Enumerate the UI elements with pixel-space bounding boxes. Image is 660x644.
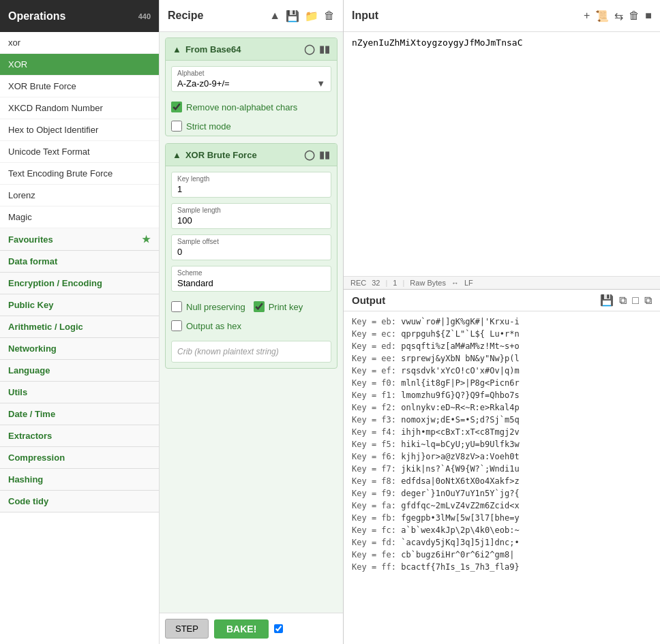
trash-icon[interactable]: 🗑	[324, 10, 335, 22]
card-expand-icon[interactable]: ▲	[172, 44, 181, 55]
sidebar-item-magic[interactable]: Magic	[0, 206, 159, 228]
sidebar-section-networking[interactable]: Networking	[0, 338, 159, 360]
save-icon[interactable]: 💾	[286, 10, 299, 22]
sidebar-section-encryption_encoding[interactable]: Encryption / Encoding	[0, 273, 159, 294]
print-key-checkbox[interactable]	[254, 301, 265, 312]
output-value-part: ihjh•mp<cBxT:xT<c8Tmgj2v	[401, 427, 519, 437]
sidebar-item-xor_brute_force[interactable]: XOR Brute Force	[0, 76, 159, 97]
output-key-part: Key = ff:	[352, 562, 401, 572]
output-key-part: Key = f4:	[352, 427, 401, 437]
sidebar-item-xor[interactable]: xor	[0, 32, 159, 54]
card-disable-icon2[interactable]: ◯	[304, 149, 315, 160]
recipe-body: ▲ From Base64 ◯ ▮▮ Alphabet ▼ Remove non…	[160, 32, 343, 613]
swap-icon[interactable]: ⇆	[614, 10, 623, 22]
output-content: Key = eb: vwuw`ro#|]gK%gK#|'Krxu-iKey = …	[344, 311, 660, 644]
step-button[interactable]: STEP	[165, 619, 209, 639]
strict-mode-checkbox[interactable]	[171, 121, 182, 132]
sidebar-section-utils[interactable]: Utils	[0, 382, 159, 403]
scheme-field: Scheme	[171, 266, 331, 292]
alphabet-input[interactable]	[177, 78, 314, 89]
arrow-icon: ↔	[451, 279, 459, 287]
sample-length-input[interactable]	[177, 215, 325, 226]
output-line: Key = f7: jkik|ns?`A{W9{W?`;Wndi1u	[352, 463, 652, 475]
card-pause-icon2[interactable]: ▮▮	[319, 149, 330, 160]
card-title-from-base64: From Base64	[185, 44, 241, 55]
open-file-icon[interactable]: 📜	[595, 10, 609, 22]
null-preserving-row: Null preserving	[171, 301, 245, 312]
folder-icon[interactable]: 📁	[305, 10, 318, 22]
sidebar-item-text_encoding_brute_force[interactable]: Text Encoding Brute Force	[0, 163, 159, 185]
output-line: Key = ee: srprewj&yXbN bN&y"Nw}p(l	[352, 352, 652, 365]
recipe-header-icons: ▲ 💾 📁 🗑	[269, 10, 335, 22]
recipe-card-xor-brute-force: ▲ XOR Brute Force ◯ ▮▮ Key length Sample…	[165, 143, 338, 369]
scheme-input[interactable]	[177, 278, 325, 288]
remove-non-alpha-row: Remove non-alphabet chars	[166, 97, 337, 117]
sidebar-section-hashing[interactable]: Hashing	[0, 469, 159, 491]
null-preserving-checkbox[interactable]	[171, 301, 182, 312]
clear-input-icon[interactable]: 🗑	[629, 10, 640, 22]
bake-button[interactable]: BAKE!	[214, 619, 269, 639]
output-key-part: Key = f6:	[352, 452, 401, 461]
sidebar-item-xor[interactable]: XOR	[0, 54, 159, 76]
status-rec-label: REC	[350, 279, 366, 287]
sidebar-list: xorXORXOR Brute ForceXKCD Random NumberH…	[0, 32, 159, 644]
output-value-part: kjhj}or>a@zV8zV>a:Voeh0t	[401, 452, 519, 461]
input-header-icons: + 📜 ⇆ 🗑 ■	[584, 10, 652, 22]
sample-offset-field: Sample offset	[171, 234, 331, 260]
alphabet-dropdown-icon[interactable]: ▼	[316, 78, 325, 89]
crib-field[interactable]: Crib (known plaintext string)	[171, 341, 331, 363]
input-textarea[interactable]: nZyenIuZhMiXtoygzoygyJfMoJmTnsaC	[344, 32, 660, 276]
remove-non-alpha-label[interactable]: Remove non-alphabet chars	[186, 102, 297, 112]
remove-non-alpha-checkbox[interactable]	[171, 102, 182, 112]
card-pause-icon[interactable]: ▮▮	[319, 44, 330, 55]
output-header-icons: 💾 ⧉ □ ⧉	[600, 294, 652, 307]
sidebar-section-label: Code tidy	[8, 496, 48, 506]
sidebar-section-language[interactable]: Language	[0, 360, 159, 382]
sidebar-section-code_tidy[interactable]: Code tidy	[0, 491, 159, 512]
sidebar-count: 440	[138, 12, 151, 20]
sample-offset-input[interactable]	[177, 247, 325, 257]
sidebar-item-unicode_text_format[interactable]: Unicode Text Format	[0, 141, 159, 163]
null-preserving-label[interactable]: Null preserving	[186, 302, 245, 312]
sidebar-section-data_format[interactable]: Data format	[0, 251, 159, 273]
sidebar-item-lorenz[interactable]: Lorenz	[0, 185, 159, 206]
output-line: Key = eb: vwuw`ro#|]gK%gK#|'Krxu-i	[352, 316, 652, 328]
maximize-output-icon[interactable]: □	[632, 294, 639, 307]
sidebar-section-extractors[interactable]: Extractors	[0, 425, 159, 447]
sidebar-item-xkcd_random_number[interactable]: XKCD Random Number	[0, 97, 159, 119]
print-key-label[interactable]: Print key	[269, 302, 303, 312]
strict-mode-label[interactable]: Strict mode	[186, 121, 231, 132]
output-as-hex-checkbox[interactable]	[171, 320, 182, 331]
key-length-input[interactable]	[177, 184, 325, 194]
add-input-icon[interactable]: +	[584, 10, 590, 22]
card-disable-icon[interactable]: ◯	[304, 44, 315, 55]
fullscreen-output-icon[interactable]: ⧉	[644, 294, 652, 307]
lf-label: LF	[464, 279, 473, 287]
output-value-part: vwuw`ro#|]gK%gK#|'Krxu-i	[401, 317, 519, 326]
output-line: Key = fe: cb`bugz6iHr^0r^6i2^gm8|	[352, 549, 652, 561]
output-line: Key = fd: `acavdy5jKq]3q]5j1]dnc;•	[352, 536, 652, 549]
right-panel: Input + 📜 ⇆ 🗑 ■ nZyenIuZhMiXtoygzoygyJfM…	[344, 0, 660, 644]
input-title: Input	[352, 10, 378, 22]
sidebar-section-compression[interactable]: Compression	[0, 447, 159, 469]
auto-bake-checkbox[interactable]	[274, 624, 283, 633]
sidebar-section-arithmetic_logic[interactable]: Arithmetic / Logic	[0, 316, 159, 338]
output-key-part: Key = f7:	[352, 464, 401, 474]
output-line: Key = f3: nomoxjw;dE•S=•S;d?Sj`m5q	[352, 414, 652, 426]
sidebar-header: Operations 440	[0, 0, 159, 32]
layout-icon[interactable]: ■	[645, 10, 652, 22]
save-output-icon[interactable]: 💾	[600, 294, 614, 307]
sidebar-section-date_time[interactable]: Date / Time	[0, 403, 159, 425]
card-expand-icon2[interactable]: ▲	[172, 150, 181, 160]
copy-output-icon[interactable]: ⧉	[619, 294, 627, 307]
output-value-part: cb`bugz6iHr^0r^6i2^gm8|	[401, 550, 514, 559]
output-as-hex-label[interactable]: Output as hex	[186, 321, 241, 331]
chevron-up-icon[interactable]: ▲	[269, 10, 280, 22]
raw-bytes-label[interactable]: Raw Bytes	[410, 279, 446, 287]
output-line: Key = fa: gfdfqc~2mLvZ4vZ2m6Zcid<x	[352, 500, 652, 512]
sidebar-section-favourites[interactable]: Favourites★	[0, 228, 159, 251]
sample-length-label: Sample length	[177, 206, 325, 214]
sidebar-item-hex_to_object_identifier[interactable]: Hex to Object Identifier	[0, 119, 159, 141]
sidebar-section-public_key[interactable]: Public Key	[0, 294, 159, 316]
output-key-part: Key = ed:	[352, 341, 401, 351]
